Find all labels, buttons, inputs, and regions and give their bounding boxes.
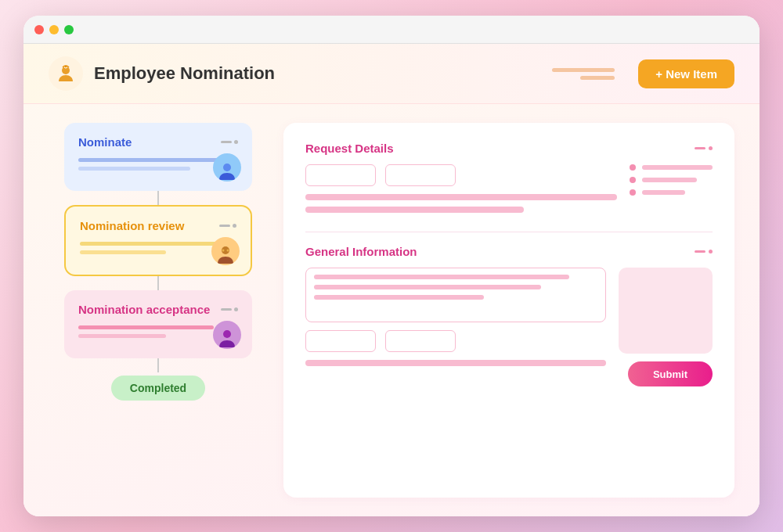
connector-2 bbox=[157, 276, 159, 290]
form-panel: Request Details bbox=[283, 123, 734, 498]
ta-line-1 bbox=[314, 275, 569, 279]
general-info-section: General Information bbox=[305, 245, 713, 386]
side-bar-2 bbox=[642, 178, 697, 182]
request-details-side bbox=[630, 164, 713, 219]
field-3[interactable] bbox=[305, 330, 376, 352]
general-fields-row bbox=[305, 330, 606, 352]
text-line-1 bbox=[305, 194, 617, 200]
general-info-content: Submit bbox=[305, 268, 713, 386]
nominate-card[interactable]: Nominate bbox=[64, 123, 252, 191]
nominate-title: Nominate bbox=[78, 135, 132, 149]
review-menu[interactable] bbox=[219, 224, 236, 228]
bullet-3 bbox=[630, 189, 636, 196]
workflow-panel: Nominate bbox=[49, 123, 268, 498]
header: Employee Nomination + New Item bbox=[23, 44, 760, 104]
svg-point-2 bbox=[223, 164, 231, 171]
submit-area: Submit bbox=[628, 361, 713, 386]
header-decoration bbox=[552, 68, 615, 80]
side-item-1 bbox=[630, 164, 713, 171]
review-title: Nomination review bbox=[80, 219, 184, 232]
bullet-2 bbox=[630, 177, 636, 183]
general-info-main bbox=[305, 268, 606, 386]
connector-3 bbox=[157, 358, 159, 372]
main-content: Nominate bbox=[23, 104, 760, 516]
acceptance-card[interactable]: Nomination acceptance bbox=[64, 290, 252, 358]
request-details-section: Request Details bbox=[305, 142, 713, 219]
titlebar bbox=[23, 16, 760, 44]
request-details-menu[interactable] bbox=[695, 146, 713, 150]
nominate-menu[interactable] bbox=[221, 140, 238, 144]
review-avatar bbox=[211, 237, 240, 265]
request-details-header: Request Details bbox=[305, 142, 713, 155]
ta-line-2 bbox=[314, 285, 541, 289]
field-1[interactable] bbox=[305, 164, 376, 186]
review-card[interactable]: Nomination review bbox=[64, 205, 252, 276]
general-textarea[interactable] bbox=[305, 268, 606, 322]
general-text-line bbox=[305, 360, 606, 366]
submit-button[interactable]: Submit bbox=[628, 361, 713, 386]
app-body: Employee Nomination + New Item Nominate bbox=[23, 44, 760, 516]
general-info-menu[interactable] bbox=[695, 250, 713, 253]
request-details-title: Request Details bbox=[305, 142, 394, 155]
general-info-title: General Information bbox=[305, 245, 417, 258]
general-info-side: Submit bbox=[619, 268, 713, 386]
side-bar-1 bbox=[642, 165, 713, 170]
page-title: Employee Nomination bbox=[94, 63, 541, 84]
textarea-lines bbox=[306, 268, 605, 306]
side-item-2 bbox=[630, 177, 713, 183]
side-bar-3 bbox=[642, 190, 685, 195]
review-card-header: Nomination review bbox=[80, 219, 236, 232]
ta-line-3 bbox=[314, 295, 484, 300]
general-info-header: General Information bbox=[305, 245, 713, 258]
close-button[interactable] bbox=[34, 25, 44, 34]
completed-badge: Completed bbox=[111, 376, 205, 401]
acceptance-card-header: Nomination acceptance bbox=[78, 303, 238, 316]
bullet-1 bbox=[630, 164, 636, 171]
acceptance-avatar bbox=[213, 321, 241, 349]
side-item-3 bbox=[630, 189, 713, 196]
info-box bbox=[619, 268, 713, 354]
nominate-card-header: Nominate bbox=[78, 135, 238, 149]
field-2[interactable] bbox=[385, 164, 456, 186]
field-4[interactable] bbox=[385, 330, 456, 352]
acceptance-menu[interactable] bbox=[221, 307, 238, 311]
svg-point-6 bbox=[223, 330, 231, 338]
request-details-content bbox=[305, 164, 713, 219]
app-window: Employee Nomination + New Item Nominate bbox=[23, 16, 760, 516]
svg-point-5 bbox=[227, 250, 229, 252]
text-line-2 bbox=[305, 207, 524, 213]
svg-point-4 bbox=[222, 250, 225, 252]
app-icon bbox=[49, 56, 83, 91]
request-fields-row bbox=[305, 164, 617, 186]
section-divider bbox=[305, 232, 713, 232]
acceptance-title: Nomination acceptance bbox=[78, 303, 210, 316]
side-list bbox=[630, 164, 713, 196]
maximize-button[interactable] bbox=[64, 25, 74, 34]
connector-1 bbox=[157, 191, 159, 205]
minimize-button[interactable] bbox=[49, 25, 59, 34]
new-item-button[interactable]: + New Item bbox=[638, 59, 734, 88]
request-details-main bbox=[305, 164, 617, 219]
nominate-avatar bbox=[213, 153, 241, 182]
